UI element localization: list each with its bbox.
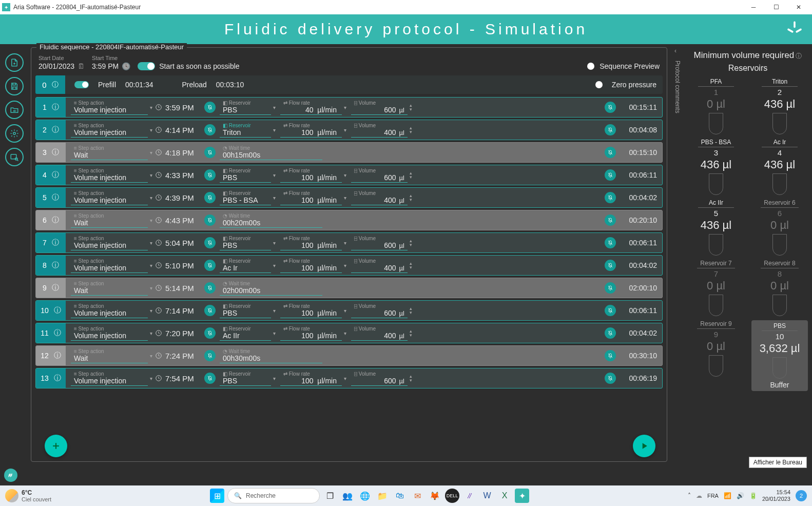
reservoir-field[interactable]: ◧ ReservoirAc Ir (220, 258, 271, 273)
step-alert-toggle[interactable] (202, 210, 218, 230)
step-end-alert-toggle[interactable] (603, 368, 618, 388)
chevron-down-icon[interactable]: ▾ (273, 376, 278, 381)
inspect-button[interactable] (5, 148, 24, 166)
step-row[interactable]: 10ⓘ≡ Step actionVolume injection▾7:14 PM… (35, 300, 663, 321)
notification-badge[interactable]: 2 (796, 490, 807, 501)
taskbar-clock[interactable]: 15:54 20/01/2023 (762, 489, 790, 502)
step-action-field[interactable]: ≡ Step actionVolume injection (71, 303, 148, 318)
tray-language[interactable]: FRA (707, 493, 719, 499)
step-alert-toggle[interactable] (202, 98, 218, 117)
volume-field[interactable]: ⌸ Volume400µl (351, 122, 408, 138)
taskbar-app-dell[interactable]: DELL (445, 489, 459, 503)
save-button[interactable] (5, 77, 24, 95)
chevron-down-icon[interactable]: ▾ (150, 285, 155, 291)
step-alert-toggle[interactable] (202, 278, 218, 298)
start-date-value[interactable]: 20/01/2023 (38, 62, 74, 70)
chevron-down-icon[interactable]: ▾ (150, 105, 155, 110)
step-alert-toggle[interactable] (202, 188, 218, 207)
step-row[interactable]: 3ⓘ≡ Step actionWait▾4:18 PM◔ Wait time00… (35, 142, 663, 163)
step-end-alert-toggle[interactable] (603, 323, 618, 343)
chevron-down-icon[interactable]: ▾ (150, 263, 155, 268)
step-alert-toggle[interactable] (202, 165, 218, 185)
start-time-value[interactable]: 3:59 PM (92, 62, 119, 70)
wait-time-field[interactable]: ◔ Wait time00h15m00s (220, 145, 322, 160)
step-action-field[interactable]: ≡ Step actionVolume injection (71, 190, 148, 205)
volume-field[interactable]: ⌸ Volume600µl (351, 100, 408, 115)
tray-battery-icon[interactable]: 🔋 (749, 492, 757, 499)
zero-pressure-radio[interactable] (595, 81, 603, 88)
volume-stepper[interactable]: ▴▾ (410, 306, 415, 315)
chevron-down-icon[interactable]: ▾ (273, 195, 278, 201)
taskbar-app-edge[interactable]: 🌐 (358, 489, 372, 503)
step-alert-toggle[interactable] (202, 143, 218, 162)
reservoir-field[interactable]: ◧ ReservoirPBS - BSA (220, 190, 271, 205)
connection-status-icon[interactable] (4, 469, 17, 482)
step-end-alert-toggle[interactable] (603, 188, 618, 207)
reservoir-field[interactable]: ◧ ReservoirPBS (220, 235, 271, 250)
step0-help-icon[interactable]: ⓘ (52, 80, 59, 89)
flow-rate-field[interactable]: ⇄ Flow rate100 µl/min (280, 258, 342, 273)
volume-stepper[interactable]: ▴▾ (410, 329, 415, 337)
chevron-down-icon[interactable]: ▾ (273, 240, 278, 246)
close-button[interactable]: ✕ (787, 0, 810, 14)
chevron-down-icon[interactable]: ▾ (273, 330, 278, 336)
chevron-down-icon[interactable]: ▾ (150, 240, 155, 246)
chevron-down-icon[interactable]: ▾ (150, 150, 155, 155)
add-step-button[interactable] (45, 435, 67, 457)
wait-time-field[interactable]: ◔ Wait time00h20m00s (220, 212, 322, 228)
step-end-alert-toggle[interactable] (603, 210, 618, 230)
minimize-button[interactable]: ─ (742, 0, 765, 14)
chevron-down-icon[interactable]: ▾ (344, 263, 349, 268)
step-end-alert-toggle[interactable] (603, 98, 618, 117)
flow-rate-field[interactable]: ⇄ Flow rate100 µl/min (280, 371, 342, 386)
taskbar-app-store[interactable]: 🛍 (393, 489, 407, 503)
chevron-down-icon[interactable]: ▾ (150, 195, 155, 201)
new-file-button[interactable] (5, 53, 24, 72)
flow-rate-field[interactable]: ⇄ Flow rate100 µl/min (280, 303, 342, 318)
step-row[interactable]: 4ⓘ≡ Step actionVolume injection▾4:33 PM◧… (35, 165, 663, 185)
step-action-field[interactable]: ≡ Step actionVolume injection (71, 235, 148, 250)
taskbar-app-excel[interactable]: X (497, 489, 512, 503)
step-row[interactable]: 5ⓘ≡ Step actionVolume injection▾4:39 PM◧… (35, 187, 663, 208)
step-end-alert-toggle[interactable] (603, 346, 618, 365)
chevron-down-icon[interactable]: ▾ (344, 127, 349, 133)
asap-toggle[interactable] (138, 62, 155, 70)
step-alert-toggle[interactable] (202, 120, 218, 140)
chevron-down-icon[interactable]: ▾ (150, 330, 155, 336)
chevron-down-icon[interactable]: ▾ (150, 308, 155, 314)
taskbar-search[interactable]: 🔍 Recherche (227, 488, 320, 503)
taskbar-app-explorer[interactable]: 📁 (375, 489, 390, 503)
reservoir-field[interactable]: ◧ ReservoirPBS (220, 167, 271, 183)
taskbar-weather[interactable]: 6°C Ciel couvert (5, 489, 51, 502)
step-row[interactable]: 8ⓘ≡ Step actionVolume injection▾5:10 PM◧… (35, 255, 663, 276)
chevron-down-icon[interactable]: ▾ (344, 240, 349, 246)
step-row[interactable]: 7ⓘ≡ Step actionVolume injection▾5:04 PM◧… (35, 232, 663, 253)
step-alert-toggle[interactable] (202, 346, 218, 365)
chevron-down-icon[interactable]: ▾ (273, 308, 278, 314)
volume-field[interactable]: ⌸ Volume400µl (351, 325, 408, 341)
step-action-field[interactable]: ≡ Step actionVolume injection (71, 100, 148, 115)
flow-rate-field[interactable]: ⇄ Flow rate100 µl/min (280, 235, 342, 250)
reservoir-field[interactable]: ◧ ReservoirAc IIr (220, 325, 271, 341)
step-end-alert-toggle[interactable] (603, 256, 618, 275)
step-action-field[interactable]: ≡ Step actionWait (71, 280, 148, 296)
flow-rate-field[interactable]: ⇄ Flow rate100 µl/min (280, 325, 342, 341)
step-row[interactable]: 9ⓘ≡ Step actionWait▾5:14 PM◔ Wait time02… (35, 278, 663, 298)
step-row[interactable]: 11ⓘ≡ Step actionVolume injection▾7:20 PM… (35, 323, 663, 343)
chevron-down-icon[interactable]: ▾ (344, 105, 349, 110)
flow-rate-field[interactable]: ⇄ Flow rate100 µl/min (280, 190, 342, 205)
flow-rate-field[interactable]: ⇄ Flow rate40 µl/min (280, 100, 342, 115)
step-alert-toggle[interactable] (202, 301, 218, 320)
step-alert-toggle[interactable] (202, 233, 218, 252)
start-button[interactable]: ⊞ (210, 489, 224, 503)
chevron-down-icon[interactable]: ▾ (150, 353, 155, 359)
volume-field[interactable]: ⌸ Volume400µl (351, 258, 408, 273)
tray-chevron-icon[interactable]: ˄ (688, 492, 691, 499)
step-action-field[interactable]: ≡ Step actionVolume injection (71, 258, 148, 273)
tray-onedrive-icon[interactable]: ☁ (696, 492, 702, 499)
flow-rate-field[interactable]: ⇄ Flow rate100 µl/min (280, 122, 342, 138)
step-action-field[interactable]: ≡ Step actionWait (71, 348, 148, 363)
volume-stepper[interactable]: ▴▾ (410, 261, 415, 269)
volume-field[interactable]: ⌸ Volume600µl (351, 167, 408, 183)
maximize-button[interactable]: ☐ (765, 0, 787, 14)
